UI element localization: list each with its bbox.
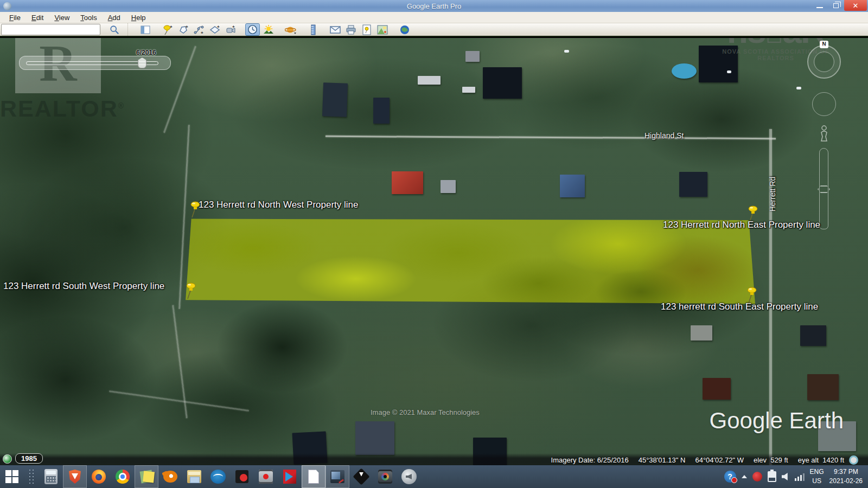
battery-icon[interactable]	[768, 471, 776, 482]
historical-clock-icon[interactable]	[3, 454, 12, 464]
look-joystick[interactable]	[812, 92, 836, 116]
brave-icon	[69, 470, 81, 484]
planets-button[interactable]	[283, 23, 298, 36]
building	[807, 374, 839, 400]
add-polygon-button[interactable]: +	[176, 23, 190, 36]
street-label-highland: Highland St	[644, 131, 684, 140]
taskbar-media-play[interactable]	[278, 465, 302, 488]
pin-label-southwest: 123 Herrett rd South West Property line	[3, 281, 164, 292]
taskbar-document[interactable]	[302, 465, 326, 488]
volume-mixer-icon	[401, 469, 417, 484]
taskbar-file-manager[interactable]	[182, 465, 206, 488]
property-highlight-polygon[interactable]	[184, 218, 755, 305]
pegman-icon[interactable]	[818, 125, 830, 143]
system-tray: ? ENG US 9:37 PM 2021-02-26	[724, 465, 868, 488]
map-viewport[interactable]: R REALTOR® ns⌂aR NOVA SCOTIA ASSOCIATION…	[0, 38, 868, 465]
pin-label-northeast: 123 Herrett rd North East Property line	[663, 220, 820, 230]
start-icon	[5, 470, 11, 476]
taskbar-chrome[interactable]	[111, 465, 135, 488]
house-icon: ⌂	[765, 38, 783, 49]
sunlight-button[interactable]	[261, 23, 276, 36]
view-in-maps-button[interactable]	[375, 23, 390, 36]
print-button[interactable]	[343, 23, 358, 36]
menu-view[interactable]: View	[49, 12, 74, 23]
media-player-icon	[378, 470, 392, 484]
openoffice-icon	[210, 470, 226, 484]
taskbar-inkscape[interactable]	[349, 465, 373, 488]
speaker-icon[interactable]	[782, 473, 789, 480]
view-in-maps-icon	[377, 25, 388, 35]
network-signal-icon[interactable]	[795, 472, 805, 481]
svg-text:+: +	[186, 24, 188, 29]
save-image-button[interactable]	[359, 23, 374, 36]
language-indicator[interactable]: ENG US	[810, 467, 824, 486]
search-icon	[110, 25, 119, 35]
earth-button[interactable]	[397, 23, 412, 36]
search-input[interactable]	[1, 24, 100, 35]
screen-recorder-icon	[235, 470, 248, 483]
imagery-copyright: Image © 2021 Maxar Technologies	[371, 408, 480, 416]
record-tour-button[interactable]: +	[223, 23, 238, 36]
calculator-icon	[44, 469, 58, 484]
ruler-button[interactable]	[305, 23, 320, 36]
document-icon	[308, 470, 319, 484]
taskbar-openoffice[interactable]	[206, 465, 230, 488]
historical-imagery-button[interactable]	[245, 23, 260, 36]
trail-south	[109, 390, 249, 412]
add-path-button[interactable]: +	[192, 23, 206, 36]
google-earth-logo: Google Earth	[710, 408, 844, 434]
menu-help[interactable]: Help	[126, 12, 151, 23]
building	[483, 67, 522, 99]
menu-add[interactable]: Add	[103, 12, 125, 23]
taskbar-volume-mixer[interactable]	[397, 465, 421, 488]
taskbar-screen-recorder[interactable]	[230, 465, 254, 488]
help-tray-icon[interactable]: ?	[724, 471, 736, 483]
start-button[interactable]	[0, 465, 24, 488]
clock-indicator[interactable]: 9:37 PM 2021-02-26	[829, 467, 863, 486]
minimize-button[interactable]	[812, 0, 828, 11]
latitude-value: 45°38'01.13" N	[639, 456, 686, 464]
imagery-date-value: 6/25/2016	[597, 456, 629, 464]
taskbar-calculator[interactable]	[39, 465, 63, 488]
longitude-value: 64°04'02.72" W	[695, 456, 744, 464]
time-slider-date: 6/2016	[136, 49, 156, 56]
taskbar-firefox[interactable]	[87, 465, 111, 488]
save-image-icon	[362, 24, 371, 35]
time-slider[interactable]: 6/2016	[19, 56, 171, 70]
add-placemark-icon: +	[162, 24, 173, 35]
zoom-slider-knob[interactable]	[818, 185, 830, 193]
building	[679, 172, 707, 197]
zoom-slider[interactable]	[819, 148, 828, 229]
add-placemark-button[interactable]: +	[160, 23, 175, 36]
taskbar-photo-editor[interactable]	[326, 465, 349, 488]
building	[465, 51, 480, 62]
time-slider-handle[interactable]	[138, 57, 146, 68]
taskbar-sticky-notes[interactable]	[135, 465, 158, 488]
taskbar-brave[interactable]	[63, 465, 87, 488]
building	[355, 421, 394, 455]
email-button[interactable]	[328, 23, 342, 36]
window-title: Google Earth Pro	[0, 2, 868, 10]
sidebar-toggle-button[interactable]	[138, 23, 152, 36]
eye-alt-value: 1420 ft	[822, 456, 844, 464]
chrome-icon	[116, 470, 130, 484]
restore-button[interactable]	[828, 0, 844, 11]
menu-edit[interactable]: Edit	[27, 12, 48, 23]
taskbar-capture-recorder[interactable]	[254, 465, 278, 488]
taskbar-blender[interactable]	[158, 465, 182, 488]
recording-tray-icon[interactable]	[752, 472, 762, 481]
compass-ring[interactable]	[807, 45, 841, 79]
historical-year-badge[interactable]: 1985	[15, 453, 43, 464]
property-pin-southwest[interactable]	[184, 282, 197, 300]
close-button[interactable]: ✕	[844, 0, 867, 11]
building	[703, 378, 731, 400]
photo-editor-icon	[330, 470, 344, 483]
title-bar: Google Earth Pro ✕	[0, 0, 868, 12]
menu-tools[interactable]: Tools	[75, 12, 101, 23]
tray-expand-icon[interactable]	[742, 475, 747, 478]
search-button[interactable]	[107, 23, 122, 36]
add-image-overlay-button[interactable]: +	[207, 23, 222, 36]
building	[462, 87, 475, 93]
taskbar-media-player[interactable]	[373, 465, 397, 488]
menu-file[interactable]: File	[4, 12, 25, 23]
